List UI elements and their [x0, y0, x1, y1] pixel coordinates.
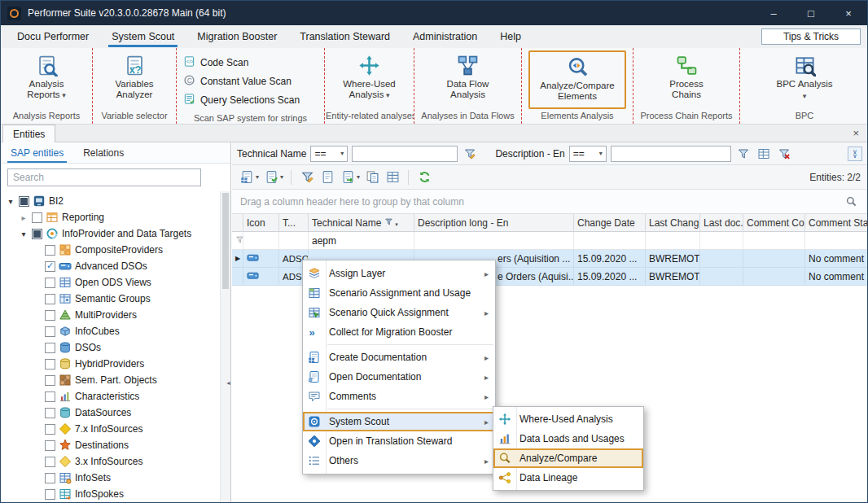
maximize-icon[interactable]: □: [792, 1, 830, 25]
menu-item-scenario-assignment-and-usage[interactable]: Scenario Assignment and Usage: [303, 283, 495, 303]
menu-tab-migration-booster[interactable]: Migration Booster: [186, 25, 288, 48]
technical-name-filter-input[interactable]: [352, 146, 458, 162]
menu-item-system-scout[interactable]: System Scout▸: [303, 412, 495, 431]
bpc-analysis-button[interactable]: BPC Analysis ▾: [770, 50, 839, 109]
technical-name-filter-icon[interactable]: [462, 146, 478, 162]
tips-and-tricks-button[interactable]: Tips & Tricks: [761, 28, 861, 45]
tree-item-destinations[interactable]: Destinations: [1, 437, 220, 453]
column-header-comment-co[interactable]: Comment Co...: [743, 214, 805, 231]
edit-filter-button[interactable]: [299, 169, 315, 186]
column-header-description-long-en[interactable]: Description long - En: [414, 214, 574, 231]
tree-checkbox[interactable]: [45, 473, 55, 483]
query-selections-scan-button[interactable]: Query Selections Scan: [183, 92, 318, 107]
column-header-comment-sta[interactable]: Comment Sta...: [805, 214, 868, 231]
column-header-change-date[interactable]: Change Date: [574, 214, 646, 231]
scrollbar-thumb[interactable]: [222, 193, 229, 289]
tree-checkbox[interactable]: [45, 343, 55, 353]
tree-checkbox[interactable]: [45, 489, 55, 500]
column-header-last-doc[interactable]: Last doc.: [700, 214, 743, 231]
filter-cell-last-change[interactable]: [646, 232, 700, 249]
column-header-technical-name[interactable]: Technical Name ▾: [309, 214, 414, 231]
filter-cell-technical-name[interactable]: aepm: [309, 232, 414, 249]
tree-item-advanced-dsos[interactable]: Advanced DSOs: [1, 258, 220, 274]
menu-item-create-documentation[interactable]: Create Documentation▸: [303, 348, 495, 367]
layout-button[interactable]: [384, 169, 401, 186]
tree-item-infospokes[interactable]: InfoSpokes: [1, 486, 220, 502]
column-header-last-change[interactable]: Last Change...: [646, 214, 700, 231]
menu-item-data-lineage[interactable]: Data Lineage: [493, 468, 643, 488]
tree-item-7-x-infosources[interactable]: 7.x InfoSources: [1, 421, 220, 437]
menu-tab-administration[interactable]: Administration: [401, 25, 489, 48]
menu-tab-docu-performer[interactable]: Docu Performer: [6, 25, 100, 48]
filter-cell-change-date[interactable]: [574, 232, 646, 249]
tree-item-reporting[interactable]: ▸Reporting: [1, 209, 220, 225]
tree-checkbox[interactable]: [32, 212, 42, 223]
filter-cell-last-doc[interactable]: [700, 232, 743, 249]
menu-item-open-documentation[interactable]: Open Documentation▸: [303, 367, 495, 387]
description-operator-select[interactable]: ==▾: [569, 146, 607, 162]
analyze-compare-elements-button[interactable]: Analyze/Compare Elements: [528, 50, 626, 109]
tree-checkbox[interactable]: [45, 424, 55, 435]
open-documentation-button[interactable]: ▾: [263, 169, 283, 186]
column-header-icon[interactable]: Icon: [243, 214, 279, 231]
tree-item-multiproviders[interactable]: MultiProviders: [1, 307, 220, 323]
variables-analyzer-button[interactable]: x?Variables Analyzer: [100, 50, 169, 109]
tree-search-input[interactable]: [7, 168, 201, 186]
tree-checkbox[interactable]: [45, 457, 55, 467]
menu-item-assign-layer[interactable]: Assign Layer▸: [303, 264, 495, 283]
expand-filters-icon[interactable]: ∨∨: [848, 147, 862, 161]
column-header-t[interactable]: T...: [279, 214, 309, 231]
sidebar-tab-relations[interactable]: Relations: [73, 142, 134, 163]
tree-checkbox[interactable]: [45, 294, 55, 304]
filter-layout-icon[interactable]: [756, 146, 772, 162]
description-filter-icon[interactable]: [735, 146, 752, 162]
sidebar-tab-sap-entities[interactable]: SAP entities: [1, 142, 73, 163]
menu-item-collect-for-migration-booster[interactable]: »Collect for Migration Booster: [303, 322, 495, 342]
tree-item-infocubes[interactable]: InfoCubes: [1, 323, 220, 339]
export-button[interactable]: ▾: [340, 169, 360, 186]
menu-item-others[interactable]: Others▸: [303, 451, 495, 470]
tree-item-infoprovider-and-data-targets[interactable]: ▾InfoProvider and Data Targets: [1, 225, 220, 242]
tree-checkbox[interactable]: [45, 391, 55, 402]
code-scan-button[interactable]: </>Code Scan: [183, 55, 318, 70]
tree-scrollbar[interactable]: [220, 191, 230, 502]
tree-item-characteristics[interactable]: Characteristics: [1, 388, 220, 405]
menu-tab-translation-steward[interactable]: Translation Steward: [288, 25, 401, 48]
tree-checkbox[interactable]: [45, 310, 55, 321]
search-icon[interactable]: [843, 194, 859, 210]
data-flow-analysis-button[interactable]: Data Flow Analysis: [434, 50, 502, 109]
tree-checkbox[interactable]: [45, 440, 55, 451]
tree-checkbox[interactable]: [45, 408, 55, 418]
filter-cell-icon[interactable]: [243, 232, 279, 249]
filter-cell-comment-co[interactable]: [743, 232, 805, 249]
splitter-collapse-icon[interactable]: ◄: [225, 372, 232, 393]
menu-item-analyze-compare[interactable]: Analyze/Compare: [493, 448, 643, 468]
analysis-reports-button[interactable]: Analysis Reports ▾: [12, 50, 81, 109]
tree-item-3-x-infosources[interactable]: 3.x InfoSources: [1, 453, 220, 470]
tree-checkbox[interactable]: [32, 229, 42, 239]
constant-value-scan-button[interactable]: CConstant Value Scan: [183, 73, 318, 89]
menu-item-comments[interactable]: Comments▸: [303, 387, 495, 406]
tree-item-infosets[interactable]: InfoSets: [1, 470, 220, 486]
tree-checkbox[interactable]: [45, 278, 55, 288]
create-documentation-button[interactable]: ▾: [239, 169, 259, 186]
tree-item-dsos[interactable]: DSOs: [1, 339, 220, 356]
minimize-icon[interactable]: –: [755, 1, 792, 25]
tree-expander-icon[interactable]: ▾: [19, 230, 28, 238]
tree-checkbox[interactable]: [45, 326, 55, 337]
tree-item-hybridproviders[interactable]: HybridProviders: [1, 356, 220, 372]
close-icon[interactable]: ×: [830, 1, 867, 25]
column-filter-active-icon[interactable]: ▾: [384, 217, 397, 229]
tree-item-bi2[interactable]: ▾BI2: [1, 193, 220, 209]
menu-item-scenario-quick-assignment[interactable]: Scenario Quick Assignment▸: [303, 303, 495, 322]
where-used-analysis-button[interactable]: Where-Used Analysis ▾: [335, 50, 404, 109]
tree-checkbox[interactable]: [45, 261, 55, 272]
refresh-button[interactable]: [416, 169, 432, 186]
menu-tab-system-scout[interactable]: System Scout: [100, 25, 186, 48]
copy-button[interactable]: [364, 169, 380, 186]
tree-checkbox[interactable]: [45, 375, 55, 386]
menu-item-where-used-analysis[interactable]: Where-Used Analysis: [493, 409, 643, 429]
tree-expander-icon[interactable]: ▸: [19, 213, 28, 222]
close-tab-icon[interactable]: ×: [853, 127, 859, 139]
description-filter-input[interactable]: [611, 146, 731, 162]
